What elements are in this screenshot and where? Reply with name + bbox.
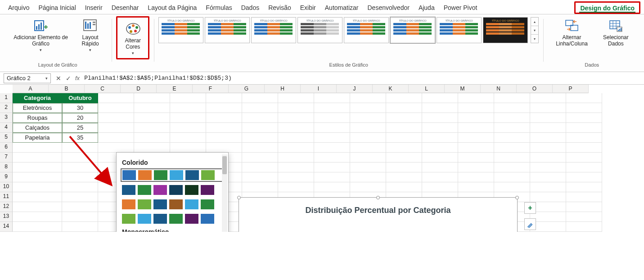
cell[interactable]: [566, 113, 602, 123]
cell[interactable]: [458, 123, 494, 133]
row-header[interactable]: 8: [0, 163, 13, 172]
cell[interactable]: [350, 113, 386, 123]
cell[interactable]: [278, 182, 314, 192]
cell[interactable]: [530, 103, 566, 113]
cell[interactable]: [314, 143, 350, 153]
cell[interactable]: [566, 182, 602, 192]
cell[interactable]: [566, 192, 602, 202]
cell[interactable]: [386, 153, 422, 163]
cell[interactable]: [62, 222, 98, 232]
cell[interactable]: [386, 163, 422, 172]
color-swatch[interactable]: [138, 185, 151, 195]
chart-style-thumb[interactable]: TÍTULO DO GRÁFICO: [483, 17, 528, 43]
cell[interactable]: [494, 143, 530, 153]
cell[interactable]: [314, 93, 350, 103]
cell[interactable]: [494, 172, 530, 182]
resize-handle[interactable]: [515, 196, 519, 199]
cell[interactable]: [314, 133, 350, 143]
tab-exibir[interactable]: Exibir: [296, 2, 320, 14]
tab-arquivo[interactable]: Arquivo: [4, 2, 34, 14]
color-swatch[interactable]: [201, 214, 214, 224]
change-colors-button[interactable]: Alterar Cores ▾: [116, 16, 149, 59]
color-swatch[interactable]: [185, 214, 198, 224]
cell[interactable]: [530, 153, 566, 163]
cell[interactable]: [242, 182, 278, 192]
tab-desenhar[interactable]: Desenhar: [107, 2, 144, 14]
cell[interactable]: [566, 163, 602, 172]
cell[interactable]: [242, 113, 278, 123]
cell[interactable]: [350, 93, 386, 103]
cell[interactable]: [242, 133, 278, 143]
cell[interactable]: [134, 133, 170, 143]
cell[interactable]: [530, 113, 566, 123]
color-swatch[interactable]: [201, 199, 214, 209]
tab-revisao[interactable]: Revisão: [264, 2, 296, 14]
column-header[interactable]: L: [409, 85, 445, 93]
cell[interactable]: [278, 143, 314, 153]
cancel-formula-button[interactable]: ✕: [54, 75, 63, 82]
chart-elements-button[interactable]: +: [524, 202, 536, 214]
cell[interactable]: [566, 172, 602, 182]
cell[interactable]: [422, 93, 458, 103]
cell[interactable]: [13, 202, 62, 212]
cell[interactable]: [314, 153, 350, 163]
cell[interactable]: [13, 222, 62, 232]
name-box[interactable]: Gráfico 2 ▾: [4, 73, 51, 83]
chart-style-thumb[interactable]: TÍTULO DO GRÁFICO: [251, 17, 296, 43]
cell[interactable]: [170, 113, 206, 123]
color-swatch[interactable]: [153, 214, 167, 224]
column-header[interactable]: A: [13, 85, 49, 93]
cell[interactable]: 30: [62, 103, 98, 113]
cell[interactable]: [566, 153, 602, 163]
cell[interactable]: [386, 172, 422, 182]
cell[interactable]: Roupas: [13, 113, 62, 123]
cell[interactable]: [566, 222, 602, 232]
tab-power-pivot[interactable]: Power Pivot: [439, 2, 482, 14]
tab-formulas[interactable]: Fórmulas: [201, 2, 236, 14]
tab-automatizar[interactable]: Automatizar: [320, 2, 363, 14]
cell[interactable]: [278, 123, 314, 133]
chart-style-thumb[interactable]: TÍTULO DO GRÁFICO: [205, 17, 250, 43]
cell[interactable]: [170, 143, 206, 153]
color-swatch[interactable]: [170, 170, 183, 180]
cell[interactable]: [386, 182, 422, 192]
chart-style-more-button[interactable]: ▴▾▾: [531, 17, 539, 43]
cell[interactable]: [494, 133, 530, 143]
cell[interactable]: [206, 143, 242, 153]
cell[interactable]: [350, 123, 386, 133]
chevron-down-icon[interactable]: ▾: [45, 76, 48, 81]
quick-layout-button[interactable]: Layout Rápido ▾: [73, 16, 107, 53]
cell[interactable]: [242, 143, 278, 153]
row-header[interactable]: 9: [0, 172, 13, 182]
cell[interactable]: [13, 192, 62, 202]
row-header[interactable]: 4: [0, 123, 13, 133]
cell[interactable]: [242, 103, 278, 113]
cell[interactable]: 20: [62, 113, 98, 123]
cell[interactable]: [98, 113, 134, 123]
row-header[interactable]: 5: [0, 133, 13, 143]
cell[interactable]: [494, 93, 530, 103]
cell[interactable]: [134, 123, 170, 133]
cell[interactable]: [134, 113, 170, 123]
color-swatch[interactable]: [122, 185, 135, 195]
column-header[interactable]: F: [193, 85, 229, 93]
chart-style-thumb[interactable]: TÍTULO DO GRÁFICO: [158, 17, 203, 43]
column-header[interactable]: B: [49, 85, 85, 93]
color-swatch[interactable]: [138, 199, 151, 209]
color-swatch[interactable]: [169, 214, 183, 224]
cell[interactable]: [314, 123, 350, 133]
cell[interactable]: [314, 163, 350, 172]
row-header[interactable]: 2: [0, 103, 13, 113]
cell[interactable]: [13, 212, 62, 222]
cell[interactable]: [566, 212, 602, 222]
color-swatch[interactable]: [153, 185, 167, 195]
cell[interactable]: [134, 143, 170, 153]
cell[interactable]: [458, 133, 494, 143]
row-header[interactable]: 12: [0, 202, 13, 212]
column-header[interactable]: K: [373, 85, 409, 93]
cell[interactable]: [278, 93, 314, 103]
color-swatch[interactable]: [153, 199, 167, 209]
cell[interactable]: [422, 163, 458, 172]
cell[interactable]: [13, 163, 62, 172]
dropdown-scrollbar[interactable]: [222, 154, 227, 232]
